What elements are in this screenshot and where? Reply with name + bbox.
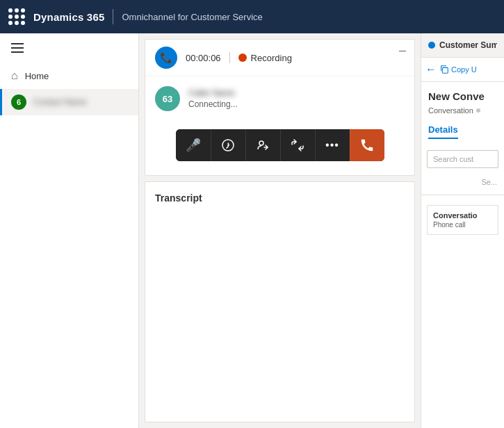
mute-button[interactable]: 🎤: [176, 129, 211, 161]
transcript-title: Transcript: [155, 192, 202, 204]
right-header: Customer Sum: [421, 33, 504, 58]
app-title: Dynamics 365: [33, 11, 104, 23]
copy-label: Copy U: [451, 65, 477, 74]
details-tab-label: Details: [428, 124, 458, 139]
conversation-card-title: Conversatio: [433, 211, 492, 220]
nav-divider: [113, 9, 113, 24]
nav-subtitle: Omnichannel for Customer Service: [122, 12, 262, 22]
transcript-panel: Transcript: [145, 181, 415, 422]
details-tab[interactable]: Details: [421, 120, 504, 145]
new-conversation-title: New Conve: [421, 82, 504, 105]
call-controls: 🎤: [145, 118, 414, 175]
header-divider: [229, 52, 230, 63]
svg-point-1: [227, 145, 229, 146]
conversation-sub: Conversation: [421, 105, 504, 120]
caller-row: 63 Caller Name Connecting...: [145, 76, 414, 118]
top-navigation: Dynamics 365 Omnichannel for Customer Se…: [0, 0, 504, 33]
hamburger-icon: [11, 43, 127, 53]
recording-indicator: Recording: [238, 53, 292, 63]
phone-icon: 📞: [155, 47, 177, 69]
conversation-card-sub: Phone call: [433, 221, 492, 229]
recording-dot: [238, 54, 247, 62]
caller-name: Caller Name: [188, 88, 238, 98]
search-placeholder: Search cust: [433, 155, 473, 163]
home-label: Home: [25, 71, 49, 81]
main-content: 📞 00:00:06 Recording ─ 63 Caller Name Co…: [139, 33, 421, 428]
conversation-label: Conversation: [428, 106, 473, 115]
sidebar-item-home[interactable]: ⌂ Home: [0, 63, 138, 89]
end-call-button[interactable]: [350, 129, 384, 161]
hold-button[interactable]: [211, 129, 245, 161]
call-header: 📞 00:00:06 Recording ─: [145, 40, 414, 76]
more-button[interactable]: •••: [315, 129, 350, 161]
recording-label: Recording: [251, 53, 292, 63]
swap-button[interactable]: [280, 129, 315, 161]
hamburger-menu[interactable]: [0, 33, 138, 63]
minimize-button[interactable]: ─: [399, 45, 406, 56]
control-bar: 🎤: [176, 129, 384, 161]
call-timer: 00:00:06: [186, 53, 221, 63]
right-toolbar: ← Copy U: [421, 58, 504, 82]
caller-avatar: 63: [155, 86, 180, 111]
svg-point-2: [259, 141, 263, 145]
home-icon: ⌂: [11, 69, 18, 82]
area-text: Se...: [421, 174, 504, 190]
copy-button[interactable]: Copy U: [439, 65, 477, 74]
app-launcher-icon[interactable]: [8, 8, 25, 25]
transfer-button[interactable]: [245, 129, 280, 161]
search-customer-input[interactable]: Search cust: [427, 150, 498, 168]
right-header-title: Customer Sum: [439, 40, 497, 50]
right-divider: [421, 195, 504, 195]
sub-dot: [476, 108, 480, 113]
sidebar: ⌂ Home 6 Contact Name: [0, 33, 139, 428]
status-dot: [428, 42, 435, 49]
call-panel: 📞 00:00:06 Recording ─ 63 Caller Name Co…: [145, 39, 415, 176]
right-panel: Customer Sum ← Copy U New Conve Conversa…: [421, 33, 504, 428]
sidebar-item-active[interactable]: 6 Contact Name: [0, 89, 138, 115]
caller-info: Caller Name Connecting...: [188, 88, 238, 109]
caller-status: Connecting...: [188, 99, 238, 109]
badge-count: 6: [11, 94, 26, 110]
sidebar-item-contact: Contact Name: [33, 97, 127, 107]
back-button[interactable]: ←: [425, 63, 437, 76]
conversation-card: Conversatio Phone call: [427, 205, 498, 235]
svg-rect-3: [442, 67, 448, 73]
